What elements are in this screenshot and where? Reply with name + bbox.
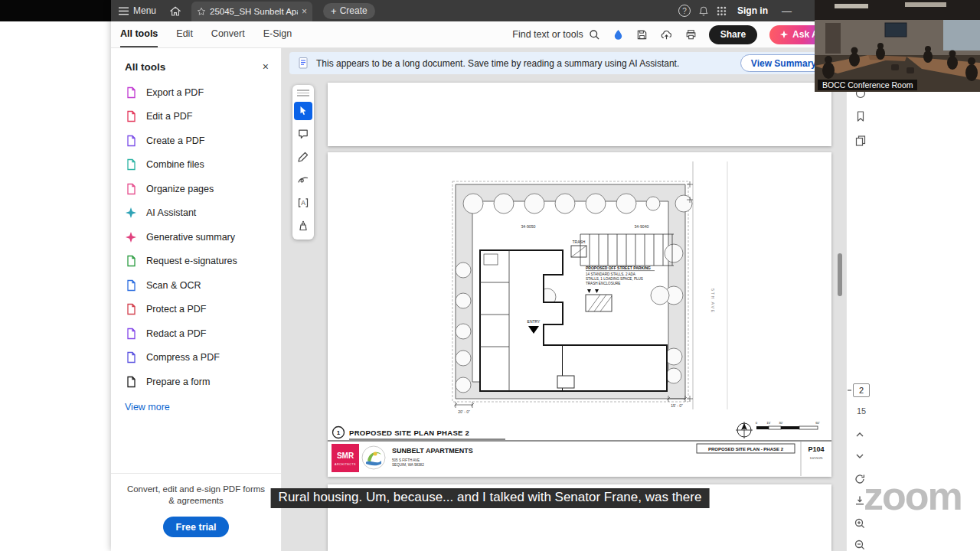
svg-text:STALLS, 1 LOADING SPACE, PLUS: STALLS, 1 LOADING SPACE, PLUS — [586, 277, 643, 281]
titlebar-right: ? Sign in — — [678, 5, 795, 17]
north-arrow — [736, 422, 753, 439]
zoom-in-icon — [854, 517, 866, 530]
tool-item-organize-pages[interactable]: Organize pages — [111, 177, 281, 201]
liquid-mode-icon[interactable] — [612, 28, 624, 41]
fill-sign-tool-button[interactable] — [292, 214, 314, 237]
tool-item-redact-pdf[interactable]: Redact a PDF — [111, 321, 281, 346]
pdf-page-current: 5TH AVE — [328, 152, 831, 477]
svg-text:14 STANDARD STALLS, 2 ADA: 14 STANDARD STALLS, 2 ADA — [586, 272, 636, 276]
parking-stalls — [580, 234, 674, 266]
plan-callout: 1 PROPOSED SITE PLAN PHASE 2 — [333, 427, 506, 440]
tool-item-combine-files[interactable]: Combine files — [111, 153, 281, 178]
ink-bottle-icon — [297, 220, 309, 232]
summary-doc-icon — [297, 57, 309, 70]
text-select-tool-button[interactable]: A — [292, 191, 314, 214]
document-viewport: This appears to be a long document. Save… — [282, 48, 846, 551]
star-icon — [197, 7, 206, 16]
free-trial-button[interactable]: Free trial — [163, 517, 229, 537]
sign-pen-tool-button[interactable] — [292, 145, 314, 168]
comment-tool-button[interactable] — [292, 122, 314, 145]
panel-close-icon[interactable]: × — [263, 60, 269, 73]
select-tool-button[interactable] — [292, 99, 314, 122]
create-pdf-icon — [125, 135, 137, 147]
tab-edit[interactable]: Edit — [176, 21, 193, 47]
svg-text:TRASH ENCLOSURE: TRASH ENCLOSURE — [586, 282, 620, 285]
footer-text: Convert, edit and e-sign PDF forms & agr… — [126, 484, 266, 507]
tools-panel-footer: Convert, edit and e-sign PDF forms & agr… — [111, 473, 281, 551]
zoom-out-button[interactable] — [851, 536, 868, 551]
apps-grid-icon[interactable] — [717, 6, 727, 16]
page-thumbnails-button[interactable] — [852, 132, 869, 149]
menu-label: Menu — [133, 5, 156, 16]
dim-left-label: 20' - 0" — [458, 409, 470, 414]
svg-text:ARCHITECTS: ARCHITECTS — [335, 463, 356, 466]
cloud-upload-icon[interactable] — [660, 29, 673, 41]
tool-item-create-pdf[interactable]: Create a PDF — [111, 129, 281, 153]
print-icon[interactable] — [685, 29, 697, 41]
tool-item-request-esignatures[interactable]: Request e-signatures — [111, 249, 281, 274]
tool-item-compress-pdf[interactable]: Compress a PDF — [111, 346, 281, 370]
street-label: 5TH AVE — [710, 289, 715, 314]
tab-esign[interactable]: E-Sign — [263, 21, 292, 47]
vertical-scrollbar-thumb[interactable] — [838, 253, 842, 296]
compress-pdf-icon — [125, 351, 137, 364]
bookmarks-button[interactable] — [852, 108, 869, 125]
document-tab[interactable]: 25045_SH Sunbelt Apar... × — [191, 2, 312, 21]
tab-all-tools[interactable]: All tools — [120, 21, 158, 47]
dim-right-label: 15' - 0" — [671, 403, 683, 408]
drag-handle[interactable] — [297, 90, 309, 96]
svg-text:PROPOSED OFF STREET PARKING: PROPOSED OFF STREET PARKING — [586, 266, 651, 270]
svg-text:30': 30' — [779, 421, 783, 425]
scale-bar: 0 15' 30' 60' — [756, 421, 820, 429]
tab-convert[interactable]: Convert — [211, 21, 245, 47]
view-tabs: All tools Edit Convert E-Sign — [111, 21, 292, 47]
svg-text:ENTRY: ENTRY — [528, 319, 541, 324]
previous-page-button[interactable] — [851, 426, 868, 443]
save-icon[interactable] — [636, 29, 648, 41]
svg-text:505 S FIFTH AVE: 505 S FIFTH AVE — [392, 458, 420, 462]
plan-title: PROPOSED SITE PLAN PHASE 2 — [349, 429, 469, 437]
tool-item-export-pdf[interactable]: Export a PDF — [111, 80, 281, 105]
site-plan-drawing: 5TH AVE — [328, 152, 831, 477]
draw-lasso-tool-button[interactable] — [292, 168, 314, 191]
tool-item-ai-assistant[interactable]: AI Assistant — [111, 201, 281, 226]
title-block: SMR ARCHITECTS SUNBELT APARTMENTS 505 S … — [328, 441, 831, 476]
find-tools-control[interactable]: Find text or tools — [512, 29, 599, 41]
sheet-title: PROPOSED SITE PLAN - PHASE 2 — [708, 447, 784, 452]
ai-summary-banner: This appears to be a long document. Save… — [289, 52, 835, 74]
tool-item-edit-pdf[interactable]: Edit a PDF — [111, 105, 281, 129]
prepare-form-icon — [125, 376, 137, 388]
all-tools-panel: All tools × Export a PDF Edit a PDF Crea… — [111, 48, 282, 551]
create-button[interactable]: + Create — [323, 3, 375, 19]
export-pdf-icon — [125, 86, 137, 99]
svg-text:SMR: SMR — [337, 452, 354, 460]
dimension-left — [454, 402, 474, 408]
pdf-page-previous — [328, 83, 831, 146]
combine-files-icon — [125, 158, 137, 171]
view-more-link[interactable]: View more — [111, 394, 281, 420]
parcel-right-label: 34-9040 — [634, 224, 648, 229]
home-button[interactable] — [164, 0, 187, 21]
tool-item-prepare-form[interactable]: Prepare a form — [111, 370, 281, 394]
tool-item-generative-summary[interactable]: Generative summary — [111, 225, 281, 249]
ai-assistant-icon — [125, 207, 137, 219]
next-page-button[interactable] — [851, 448, 868, 465]
menu-button[interactable]: Menu — [111, 0, 164, 21]
letterbox-corner — [0, 0, 111, 21]
meeting-video-tile[interactable]: BOCC Conference Room — [815, 0, 980, 92]
trash-enclosure: TRASH — [571, 240, 586, 257]
copy-pages-icon — [854, 135, 867, 147]
share-button[interactable]: Share — [709, 25, 757, 44]
panel-handle-dash — [848, 390, 851, 391]
tools-panel-header: All tools × — [111, 48, 281, 80]
create-label: Create — [340, 5, 368, 16]
tool-item-protect-pdf[interactable]: Protect a PDF — [111, 298, 281, 322]
minimize-icon[interactable]: — — [779, 5, 795, 17]
tool-item-scan-ocr[interactable]: Scan & OCR — [111, 273, 281, 298]
sheet-number: P104 — [808, 445, 824, 453]
tab-close-icon[interactable]: × — [302, 7, 307, 16]
sign-in-button[interactable]: Sign in — [737, 5, 768, 16]
help-icon[interactable]: ? — [678, 5, 691, 17]
notifications-bell-icon[interactable] — [698, 5, 709, 17]
page-number-input[interactable]: 2 — [853, 383, 870, 397]
